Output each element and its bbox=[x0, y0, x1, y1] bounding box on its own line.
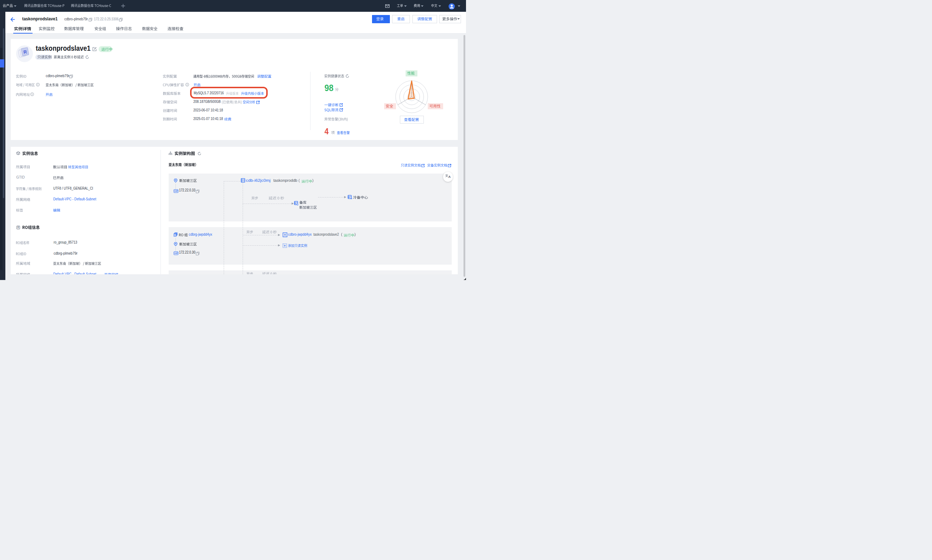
svg-text:R: R bbox=[174, 234, 176, 236]
svg-text:R: R bbox=[284, 233, 286, 237]
svg-text:R: R bbox=[17, 226, 19, 229]
